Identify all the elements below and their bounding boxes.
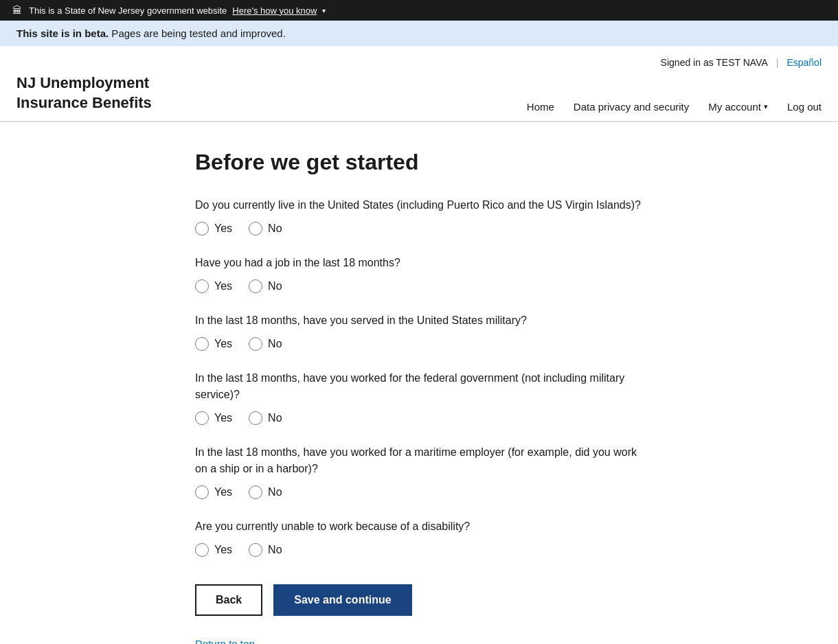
back-button[interactable]: Back [195, 584, 262, 616]
radio-yes-6[interactable] [195, 543, 209, 557]
question-text-2: Have you had a job in the last 18 months… [195, 255, 643, 271]
radio-no-label-1[interactable]: No [249, 222, 282, 235]
radio-yes-text-3: Yes [214, 338, 232, 350]
nav-data-privacy[interactable]: Data privacy and security [574, 101, 689, 113]
signed-in-label: Signed in as TEST NAVA [661, 57, 768, 68]
radio-no-2[interactable] [249, 279, 262, 293]
logo-line2: Insurance Benefits [16, 94, 152, 111]
radio-no-text-1: No [268, 222, 282, 235]
logo-line1: NJ Unemployment [16, 74, 149, 91]
radio-group-4: YesNo [195, 411, 643, 425]
radio-yes-5[interactable] [195, 485, 209, 499]
nav-my-account-label: My account [708, 101, 761, 113]
radio-yes-3[interactable] [195, 337, 209, 351]
radio-no-text-3: No [268, 338, 282, 350]
radio-no-text-4: No [268, 412, 282, 424]
radio-no-1[interactable] [249, 222, 262, 235]
form-actions: Back Save and continue [195, 584, 643, 616]
question-block-4: In the last 18 months, have you worked f… [195, 370, 643, 425]
question-block-1: Do you currently live in the United Stat… [195, 197, 643, 235]
site-header: Signed in as TEST NAVA | Español NJ Unem… [0, 46, 838, 122]
question-block-2: Have you had a job in the last 18 months… [195, 255, 643, 293]
radio-no-text-6: No [268, 544, 282, 556]
radio-yes-text-6: Yes [214, 544, 232, 556]
question-block-3: In the last 18 months, have you served i… [195, 312, 643, 351]
radio-no-label-2[interactable]: No [249, 279, 282, 293]
radio-group-2: YesNo [195, 279, 643, 293]
questions-container: Do you currently live in the United Stat… [195, 197, 643, 557]
nav-my-account[interactable]: My account ▾ [708, 101, 768, 113]
main-content: Before we get started Do you currently l… [179, 122, 659, 644]
radio-no-6[interactable] [249, 543, 262, 557]
main-nav: NJ Unemployment Insurance Benefits Home … [16, 73, 822, 121]
nav-home[interactable]: Home [527, 101, 554, 113]
save-continue-button[interactable]: Save and continue [273, 584, 411, 616]
question-text-4: In the last 18 months, have you worked f… [195, 370, 643, 403]
gov-banner-text: This is a State of New Jersey government… [29, 5, 227, 16]
radio-group-5: YesNo [195, 485, 643, 499]
question-block-5: In the last 18 months, have you worked f… [195, 444, 643, 499]
radio-yes-text-4: Yes [214, 412, 232, 424]
my-account-chevron-icon: ▾ [764, 102, 768, 111]
return-to-top-link[interactable]: Return to top [195, 638, 255, 644]
radio-no-label-3[interactable]: No [249, 337, 282, 351]
radio-no-label-6[interactable]: No [249, 543, 282, 557]
nav-logout[interactable]: Log out [787, 101, 822, 113]
gov-banner-link[interactable]: Here's how you know [232, 5, 317, 16]
header-divider: | [776, 57, 779, 68]
radio-yes-text-5: Yes [214, 486, 232, 498]
radio-yes-label-5[interactable]: Yes [195, 485, 232, 499]
beta-label: This site is in beta. [16, 27, 109, 39]
radio-yes-2[interactable] [195, 279, 209, 293]
radio-no-4[interactable] [249, 411, 262, 425]
nj-seal-icon: 🏛 [11, 4, 23, 16]
beta-banner: This site is in beta. Pages are being te… [0, 21, 838, 46]
header-top: Signed in as TEST NAVA | Español [16, 57, 822, 68]
beta-text: Pages are being tested and improved. [109, 27, 286, 39]
radio-no-text-2: No [268, 280, 282, 292]
radio-no-label-4[interactable]: No [249, 411, 282, 425]
radio-yes-label-6[interactable]: Yes [195, 543, 232, 557]
radio-yes-label-4[interactable]: Yes [195, 411, 232, 425]
return-to-top: Return to top [195, 638, 643, 644]
gov-banner-chevron: ▾ [322, 7, 326, 14]
radio-no-label-5[interactable]: No [249, 485, 282, 499]
radio-yes-text-1: Yes [214, 222, 232, 235]
question-text-5: In the last 18 months, have you worked f… [195, 444, 643, 477]
radio-no-5[interactable] [249, 485, 262, 499]
radio-yes-label-2[interactable]: Yes [195, 279, 232, 293]
radio-yes-label-1[interactable]: Yes [195, 222, 232, 235]
radio-group-3: YesNo [195, 337, 643, 351]
question-text-6: Are you currently unable to work because… [195, 518, 643, 535]
nav-links: Home Data privacy and security My accoun… [527, 101, 822, 113]
radio-group-1: YesNo [195, 222, 643, 235]
site-logo[interactable]: NJ Unemployment Insurance Benefits [16, 73, 152, 113]
radio-group-6: YesNo [195, 543, 643, 557]
gov-banner: 🏛 This is a State of New Jersey governme… [0, 0, 838, 21]
language-link[interactable]: Español [786, 57, 822, 68]
radio-yes-1[interactable] [195, 222, 209, 235]
radio-no-3[interactable] [249, 337, 262, 351]
radio-yes-label-3[interactable]: Yes [195, 337, 232, 351]
question-block-6: Are you currently unable to work because… [195, 518, 643, 557]
radio-yes-text-2: Yes [214, 280, 232, 292]
radio-no-text-5: No [268, 486, 282, 498]
page-title: Before we get started [195, 150, 643, 175]
radio-yes-4[interactable] [195, 411, 209, 425]
question-text-3: In the last 18 months, have you served i… [195, 312, 643, 329]
question-text-1: Do you currently live in the United Stat… [195, 197, 643, 214]
